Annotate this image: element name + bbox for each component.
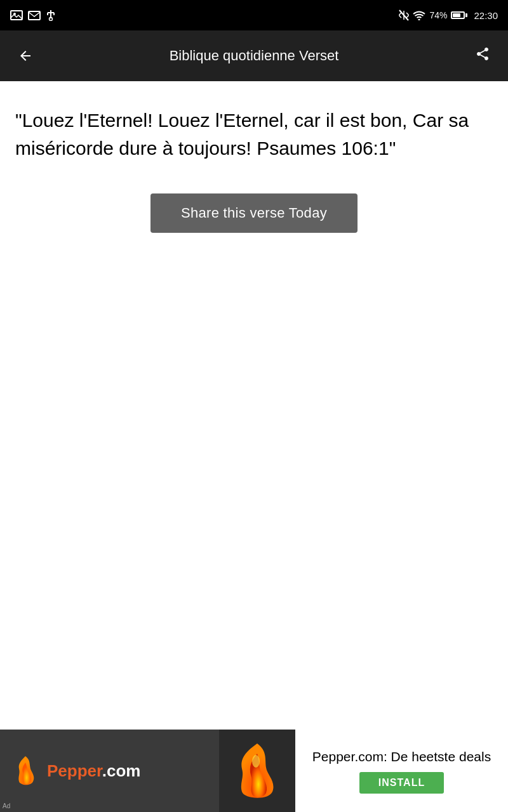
battery-percentage: 74%: [429, 10, 447, 20]
usb-icon: [46, 10, 56, 21]
status-bar: 74% 22:30: [0, 0, 508, 30]
toolbar-title: Biblique quotidienne Verset: [38, 48, 470, 64]
svg-rect-2: [29, 11, 40, 20]
ad-logo-section: Pepper.com: [0, 730, 219, 812]
pepper-brand: Pepper: [47, 761, 102, 780]
status-left-icons: [10, 10, 56, 21]
back-button[interactable]: [13, 43, 38, 69]
mute-icon: [399, 10, 409, 21]
pepper-flame-large-icon: [232, 742, 283, 799]
email-icon: [28, 11, 41, 20]
battery-icon: [451, 11, 467, 19]
share-verse-button[interactable]: Share this verse Today: [150, 193, 358, 233]
ad-image-section: [219, 730, 295, 812]
main-content: "Louez l'Eternel! Louez l'Eternel, car i…: [0, 81, 508, 248]
share-button-container: Share this verse Today: [15, 193, 493, 233]
verse-text: "Louez l'Eternel! Louez l'Eternel, car i…: [15, 107, 493, 162]
ad-text-section: Pepper.com: De heetste deals INSTALL: [295, 730, 508, 812]
ad-banner: Pepper.com Pepper.com: De heetste d: [0, 730, 508, 812]
svg-point-10: [252, 755, 260, 768]
status-right-icons: 74% 22:30: [399, 10, 498, 21]
status-time: 22:30: [474, 10, 498, 21]
ad-tagline: Pepper.com: De heetste deals: [312, 748, 491, 765]
pepper-flame-small-icon: [13, 755, 38, 787]
ad-badge: Ad: [3, 802, 10, 809]
svg-point-9: [418, 19, 420, 21]
wifi-icon: [413, 10, 425, 20]
svg-point-7: [50, 18, 53, 21]
toolbar: Biblique quotidienne Verset: [0, 30, 508, 81]
ad-logo-text: Pepper.com: [47, 761, 140, 781]
image-icon: [10, 10, 23, 20]
svg-rect-0: [11, 11, 22, 20]
install-button[interactable]: INSTALL: [359, 772, 444, 794]
share-toolbar-button[interactable]: [470, 41, 495, 70]
